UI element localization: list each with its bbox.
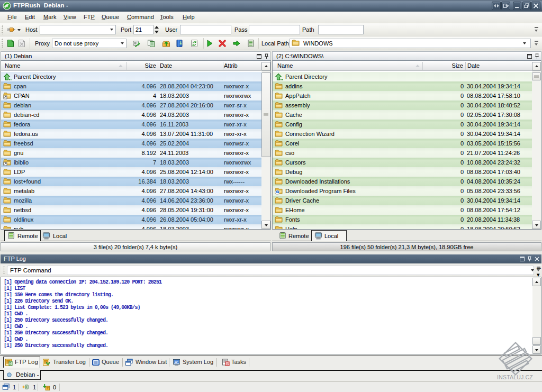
svg-text:INSTALUJ.CZ: INSTALUJ.CZ bbox=[497, 374, 533, 380]
